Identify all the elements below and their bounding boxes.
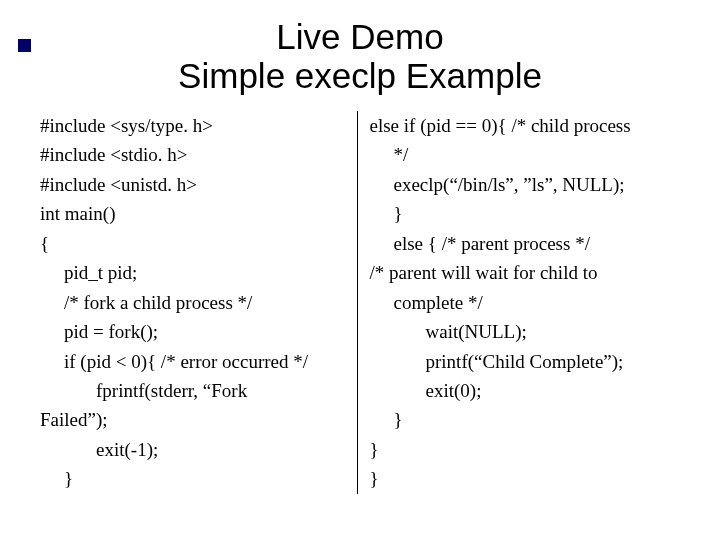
code-line: pid = fork();	[40, 317, 351, 346]
code-line: execlp(“/bin/ls”, ”ls”, NULL);	[370, 170, 681, 199]
code-line: Failed”);	[40, 405, 351, 434]
title-line-2: Simple execlp Example	[178, 56, 542, 95]
code-column-right: else if (pid == 0){ /* child process */ …	[370, 111, 681, 494]
code-line: /* fork a child process */	[40, 288, 351, 317]
title-bullet	[18, 39, 31, 52]
content-columns: #include <sys/type. h> #include <stdio. …	[40, 111, 680, 494]
code-line: else if (pid == 0){ /* child process	[370, 111, 681, 140]
code-line: exit(0);	[370, 376, 681, 405]
code-line: complete */	[370, 288, 681, 317]
slide: Live Demo Simple execlp Example #include…	[0, 0, 720, 540]
code-line: }	[370, 405, 681, 434]
slide-title: Live Demo Simple execlp Example	[40, 18, 680, 95]
code-line: {	[40, 229, 351, 258]
code-line: exit(-1);	[40, 435, 351, 464]
code-line: pid_t pid;	[40, 258, 351, 287]
code-column-left: #include <sys/type. h> #include <stdio. …	[40, 111, 358, 494]
code-line: else { /* parent process */	[370, 229, 681, 258]
code-line: wait(NULL);	[370, 317, 681, 346]
code-line: }	[370, 435, 681, 464]
title-line-1: Live Demo	[276, 17, 443, 56]
code-line: #include <sys/type. h>	[40, 111, 351, 140]
code-line: }	[40, 464, 351, 493]
code-line: #include <stdio. h>	[40, 140, 351, 169]
code-line: }	[370, 199, 681, 228]
code-line: printf(“Child Complete”);	[370, 347, 681, 376]
code-line: /* parent will wait for child to	[370, 258, 681, 287]
code-line: #include <unistd. h>	[40, 170, 351, 199]
code-line: if (pid < 0){ /* error occurred */	[40, 347, 351, 376]
code-line: int main()	[40, 199, 351, 228]
code-line: */	[370, 140, 681, 169]
code-line: }	[370, 464, 681, 493]
code-line: fprintf(stderr, “Fork	[40, 376, 351, 405]
